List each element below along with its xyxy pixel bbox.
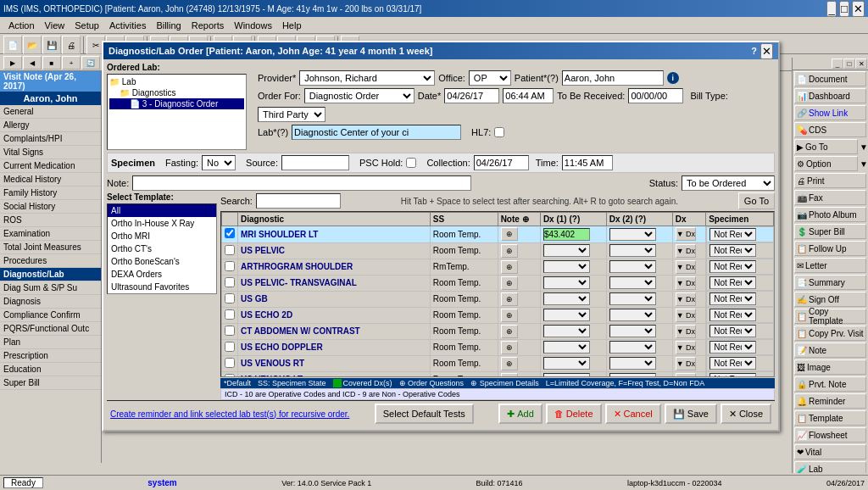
row-note[interactable]: ⊕ (498, 291, 540, 307)
row-note[interactable]: ⊕ (498, 323, 540, 339)
rs-goto-expand[interactable]: ▼ (860, 142, 868, 152)
sidebar-item-diagnosis[interactable]: Diagnosis (0, 295, 101, 309)
menu-windows[interactable]: Windows (229, 19, 277, 32)
menu-billing[interactable]: Billing (151, 19, 186, 32)
row-dx-btn[interactable]: ▼ Dx (672, 323, 705, 339)
collection-time-input[interactable] (562, 155, 613, 170)
order-for-select[interactable]: Diagnostic Order (304, 88, 415, 103)
sidebar-item-diag-sum[interactable]: Diag Sum & S/P Su (0, 281, 101, 295)
rs-photo-album[interactable]: 📷 Photo Album (794, 207, 866, 222)
row-checkbox[interactable] (225, 245, 235, 255)
row-note[interactable]: ⊕ (498, 275, 540, 291)
sidebar-item-medication[interactable]: Current Medication (0, 159, 101, 173)
sidebar-item-vitals[interactable]: Vital Signs (0, 146, 101, 159)
sidebar-item-social[interactable]: Social History (0, 200, 101, 214)
rs-prvt-note[interactable]: 🔒 Prvt. Note (794, 376, 866, 392)
sidebar-item-plan[interactable]: Plan (0, 336, 101, 349)
sidebar-item-allergy[interactable]: Allergy (0, 119, 101, 132)
template-item-ct[interactable]: Ortho CT's (108, 242, 216, 255)
tb2-4[interactable]: + (62, 56, 81, 70)
row-checkbox[interactable] (225, 374, 235, 378)
note-btn[interactable]: ⊕ (501, 373, 518, 378)
row-dx-btn[interactable]: ▼ Dx (672, 291, 705, 307)
col-dx[interactable]: Dx (672, 213, 705, 226)
template-item-mri[interactable]: Ortho MRI (108, 230, 216, 242)
rs-fax[interactable]: 📠 Fax (794, 190, 866, 205)
menu-view[interactable]: View (40, 19, 70, 32)
rs-maximize[interactable]: □ (843, 58, 855, 69)
row-checkbox[interactable] (225, 342, 235, 352)
rs-lab[interactable]: 🧪 Lab (794, 461, 866, 473)
rs-reminder[interactable]: 🔔 Reminder (794, 393, 866, 409)
close-dialog-button[interactable]: ✕ Close (721, 404, 771, 424)
note-btn[interactable]: ⊕ (501, 244, 518, 258)
note-btn[interactable]: ⊕ (501, 276, 518, 290)
col-specimen[interactable]: Specimen (706, 213, 774, 226)
bill-type-select[interactable]: Third Party (258, 107, 326, 122)
rs-copy-prev[interactable]: 📋 Copy Prv. Visit (794, 326, 866, 341)
rs-option-expand[interactable]: ▼ (860, 159, 868, 169)
office-select[interactable]: OP (469, 70, 511, 86)
row-checkbox[interactable] (225, 228, 235, 238)
cancel-button[interactable]: ✕ Cancel (605, 404, 661, 424)
row-dx-btn[interactable]: ▼ Dx (672, 307, 705, 323)
menu-help[interactable]: Help (277, 19, 307, 32)
collection-date-input[interactable] (474, 155, 529, 170)
save-button[interactable]: 💾 Save (665, 404, 717, 424)
tb-open[interactable]: 📂 (23, 36, 42, 54)
row-checkbox[interactable] (225, 277, 235, 287)
sidebar-item-ros[interactable]: ROS (0, 214, 101, 227)
rs-copy-template[interactable]: 📋 Copy Template (794, 309, 866, 324)
row-checkbox[interactable] (225, 261, 235, 271)
default-tests-btn[interactable]: Select Default Tests (375, 404, 474, 424)
time-input[interactable] (503, 88, 554, 103)
note-btn[interactable]: ⊕ (501, 309, 518, 322)
row-checkbox[interactable] (225, 293, 235, 303)
col-note[interactable]: Note ⊕ (498, 213, 540, 226)
row-note[interactable]: ⊕ (498, 242, 540, 259)
template-item-ultrasound[interactable]: Ultrasound Favorites (108, 281, 216, 293)
close-btn[interactable]: ✕ (852, 1, 865, 17)
provider-select[interactable]: Johnson, Richard (299, 70, 435, 86)
rs-vital[interactable]: ❤ Vital (794, 444, 866, 459)
rs-cds[interactable]: 💊 CDS (794, 122, 866, 137)
tree-child[interactable]: 📁 Diagnostics (109, 87, 244, 98)
note-btn[interactable]: ⊕ (501, 260, 518, 274)
sidebar-item-prescription[interactable]: Prescription (0, 349, 101, 363)
sidebar-item-general[interactable]: General (0, 105, 101, 119)
rs-dashboard[interactable]: 📊 Dashboard (794, 88, 866, 103)
col-diagnostic[interactable]: Diagnostic (238, 213, 431, 226)
tb2-3[interactable]: ■ (42, 56, 61, 70)
menu-activities[interactable]: Activities (104, 19, 151, 32)
lab-input[interactable] (292, 125, 461, 140)
status-select[interactable]: To be Ordered (682, 175, 775, 191)
rs-template[interactable]: 📋 Template (794, 410, 866, 426)
note-btn[interactable]: ⊕ (501, 325, 518, 338)
patient-input[interactable] (562, 70, 664, 86)
rs-showlink[interactable]: 🔗 Show Link (794, 105, 866, 120)
delete-button[interactable]: 🗑 Delete (546, 404, 602, 424)
rs-summary[interactable]: 📑 Summary (794, 275, 866, 290)
row-note[interactable]: ⊕ (498, 259, 540, 275)
sidebar-item-education[interactable]: Education (0, 363, 101, 376)
rs-superbill[interactable]: 💲 Super Bill (794, 224, 866, 239)
sidebar-item-diagnostic[interactable]: Diagnostic/Lab (0, 268, 101, 281)
goto-button[interactable]: Go To (738, 192, 775, 209)
tb-save[interactable]: 💾 (42, 36, 61, 54)
dialog-close-btn[interactable]: ✕ (760, 43, 773, 59)
tree-root[interactable]: 📁 Lab (109, 76, 244, 87)
source-input[interactable] (281, 155, 349, 170)
tb2-5[interactable]: 🔄 (81, 56, 100, 70)
rs-letter[interactable]: ✉ Letter (794, 258, 866, 273)
note-btn[interactable]: ⊕ (501, 227, 518, 241)
row-dx-btn[interactable]: ▼ Dx (672, 355, 705, 371)
row-dx-btn[interactable]: ▼ Dx (672, 259, 705, 275)
rs-followup[interactable]: 📋 Follow Up (794, 241, 866, 256)
tb2-2[interactable]: ◀ (23, 56, 42, 70)
tb-print[interactable]: 🖨 (62, 36, 81, 54)
row-dx-btn[interactable]: ▼ Dx (672, 371, 705, 377)
template-item-all[interactable]: All (108, 204, 216, 217)
row-dx-btn[interactable]: ▼ Dx (672, 275, 705, 291)
menu-setup[interactable]: Setup (70, 19, 104, 32)
rs-option[interactable]: ⚙ Option (794, 156, 858, 171)
